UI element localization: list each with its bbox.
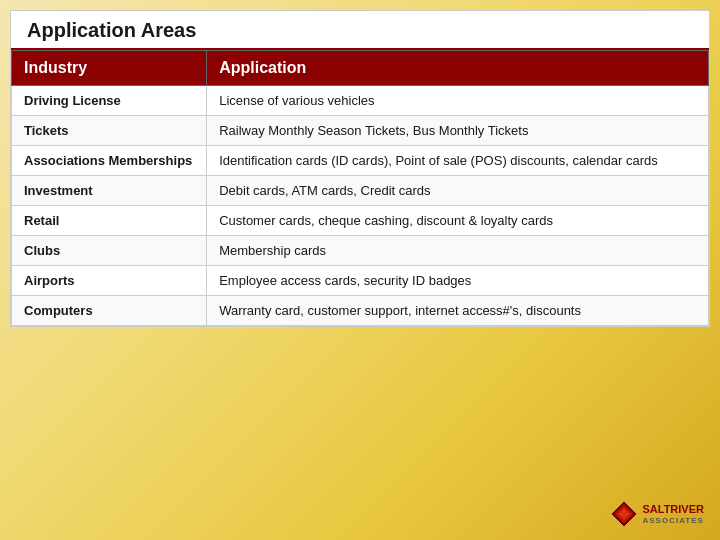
application-areas-table: Industry Application Driving LicenseLice… <box>11 50 709 326</box>
industry-cell: Retail <box>12 206 207 236</box>
table-row: InvestmentDebit cards, ATM cards, Credit… <box>12 176 709 206</box>
logo-icon <box>610 500 638 528</box>
page-title: Application Areas <box>27 19 693 42</box>
logo-text-block: SALTRIVER associates <box>642 503 704 526</box>
company-tagline: associates <box>642 516 704 526</box>
application-cell: Debit cards, ATM cards, Credit cards <box>207 176 709 206</box>
col-header-application: Application <box>207 51 709 86</box>
table-row: RetailCustomer cards, cheque cashing, di… <box>12 206 709 236</box>
table-row: Driving LicenseLicense of various vehicl… <box>12 86 709 116</box>
application-cell: Identification cards (ID cards), Point o… <box>207 146 709 176</box>
application-cell: Warranty card, customer support, interne… <box>207 296 709 326</box>
industry-cell: Computers <box>12 296 207 326</box>
industry-cell: Associations Memberships <box>12 146 207 176</box>
title-bar: Application Areas <box>11 11 709 50</box>
table-row: ClubsMembership cards <box>12 236 709 266</box>
slide-container: Application Areas Industry Application D… <box>10 10 710 327</box>
application-cell: Customer cards, cheque cashing, discount… <box>207 206 709 236</box>
table-row: AirportsEmployee access cards, security … <box>12 266 709 296</box>
table-row: Associations MembershipsIdentification c… <box>12 146 709 176</box>
industry-cell: Tickets <box>12 116 207 146</box>
application-cell: License of various vehicles <box>207 86 709 116</box>
application-cell: Employee access cards, security ID badge… <box>207 266 709 296</box>
table-row: TicketsRailway Monthly Season Tickets, B… <box>12 116 709 146</box>
industry-cell: Investment <box>12 176 207 206</box>
logo-area: SALTRIVER associates <box>610 500 704 528</box>
company-name: SALTRIVER <box>642 503 704 516</box>
industry-cell: Clubs <box>12 236 207 266</box>
application-cell: Railway Monthly Season Tickets, Bus Mont… <box>207 116 709 146</box>
industry-cell: Airports <box>12 266 207 296</box>
col-header-industry: Industry <box>12 51 207 86</box>
industry-cell: Driving License <box>12 86 207 116</box>
application-cell: Membership cards <box>207 236 709 266</box>
table-row: ComputersWarranty card, customer support… <box>12 296 709 326</box>
